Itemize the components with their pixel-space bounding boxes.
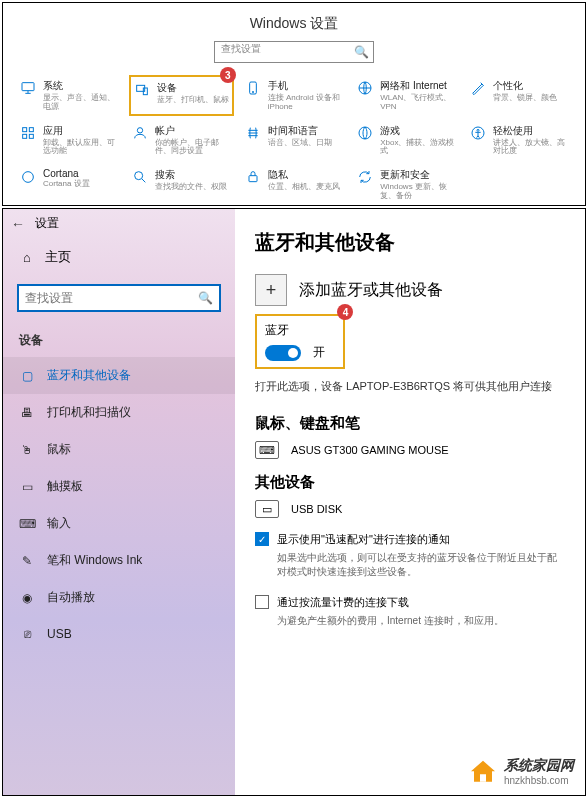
- checkbox-metered[interactable]: [255, 595, 269, 609]
- section-other-devices: 其他设备: [255, 473, 565, 492]
- gaming-icon: [356, 124, 374, 142]
- tile-personalization[interactable]: 个性化背景、锁屏、颜色: [467, 75, 571, 116]
- nav-typing[interactable]: ⌨输入: [3, 505, 235, 542]
- watermark-logo-icon: [468, 759, 498, 785]
- cortana-icon: [19, 168, 37, 186]
- window-title: 设置: [35, 215, 59, 232]
- keyboard-icon: ⌨: [255, 441, 279, 459]
- svg-rect-17: [480, 774, 486, 782]
- home-icon: ⌂: [19, 249, 35, 265]
- usb-disk-icon: ▭: [255, 500, 279, 518]
- sidebar-search[interactable]: 🔍: [17, 284, 221, 312]
- search-wrap: 查找设置 🔍: [3, 41, 585, 63]
- search-input[interactable]: 查找设置 🔍: [214, 41, 374, 63]
- svg-point-4: [252, 91, 253, 92]
- step-badge-4: 4: [337, 304, 353, 320]
- bluetooth-state: 开: [313, 345, 325, 359]
- svg-point-14: [23, 172, 34, 183]
- bluetooth-label: 蓝牙: [265, 322, 325, 339]
- add-label: 添加蓝牙或其他设备: [299, 280, 443, 301]
- svg-rect-7: [29, 127, 33, 131]
- add-button[interactable]: +: [255, 274, 287, 306]
- svg-point-13: [477, 129, 479, 131]
- nav-autoplay[interactable]: ◉自动播放: [3, 579, 235, 616]
- svg-point-15: [135, 172, 143, 180]
- tile-gaming[interactable]: 游戏Xbox、捕获、游戏模式: [354, 120, 458, 161]
- metered-download-check-row[interactable]: 通过按流量计费的连接下载: [255, 595, 565, 610]
- mouse-icon: 🖱: [19, 442, 35, 458]
- nav-usb[interactable]: ⎚USB: [3, 616, 235, 652]
- bluetooth-description: 打开此选项，设备 LAPTOP-E3B6RTQS 将可供其他用户连接: [255, 379, 565, 394]
- tile-privacy[interactable]: 隐私位置、相机、麦克风: [242, 164, 346, 205]
- nav-printers[interactable]: 🖶打印机和扫描仪: [3, 394, 235, 431]
- back-icon[interactable]: ←: [11, 216, 25, 232]
- printer-icon: 🖶: [19, 405, 35, 421]
- sidebar: ← 设置 ⌂ 主页 🔍 设备 ▢蓝牙和其他设备 🖶打印机和扫描仪 🖱鼠标 ▭触摸…: [3, 209, 235, 795]
- svg-rect-16: [249, 176, 257, 182]
- bluetooth-toggle-block: 4 蓝牙 开: [255, 314, 345, 369]
- svg-rect-8: [23, 134, 27, 138]
- windows-settings-panel: Windows 设置 查找设置 🔍 系统显示、声音、通知、电源 3 设备蓝牙、打…: [2, 2, 586, 206]
- apps-icon: [19, 124, 37, 142]
- time-icon: [244, 124, 262, 142]
- privacy-icon: [244, 168, 262, 186]
- svg-point-11: [359, 127, 371, 139]
- autoplay-icon: ◉: [19, 590, 35, 606]
- watermark: 系统家园网 hnzkhbsb.com: [464, 753, 578, 790]
- add-device-row[interactable]: + 添加蓝牙或其他设备: [255, 274, 565, 306]
- tile-update-security[interactable]: 更新和安全Windows 更新、恢复、备份: [354, 164, 458, 205]
- phone-icon: [244, 79, 262, 97]
- touchpad-icon: ▭: [19, 479, 35, 495]
- nav-touchpad[interactable]: ▭触摸板: [3, 468, 235, 505]
- watermark-name: 系统家园网: [504, 757, 574, 773]
- update-icon: [356, 168, 374, 186]
- content-area: 蓝牙和其他设备 + 添加蓝牙或其他设备 4 蓝牙 开 打开此选项，设备 LAPT…: [235, 209, 585, 795]
- usb-icon: ⎚: [19, 626, 35, 642]
- quick-pair-check-row[interactable]: ✓ 显示使用"迅速配对"进行连接的通知: [255, 532, 565, 547]
- tile-accounts[interactable]: 帐户你的帐户、电子邮件、同步设置: [129, 120, 233, 161]
- tile-phone[interactable]: 手机连接 Android 设备和 iPhone: [242, 75, 346, 116]
- svg-point-10: [138, 127, 143, 132]
- tile-network[interactable]: 网络和 InternetWLAN、飞行模式、VPN: [354, 75, 458, 116]
- device-mouse-row[interactable]: ⌨ ASUS GT300 GAMING MOUSE: [255, 441, 565, 459]
- page-title: Windows 设置: [3, 3, 585, 41]
- window-titlebar: ← 设置: [3, 209, 235, 238]
- tile-time-language[interactable]: 时间和语言语音、区域、日期: [242, 120, 346, 161]
- personalization-icon: [469, 79, 487, 97]
- settings-tiles: 系统显示、声音、通知、电源 3 设备蓝牙、打印机、鼠标 手机连接 Android…: [3, 75, 585, 205]
- quick-pair-hint: 如果选中此选项，则可以在受支持的蓝牙设备位于附近且处于配对模式时快速连接到这些设…: [277, 551, 565, 579]
- bluetooth-icon: ▢: [19, 368, 35, 384]
- tile-devices[interactable]: 3 设备蓝牙、打印机、鼠标: [129, 75, 233, 116]
- page-heading: 蓝牙和其他设备: [255, 229, 565, 256]
- typing-icon: ⌨: [19, 516, 35, 532]
- tile-search[interactable]: 搜索查找我的文件、权限: [129, 164, 233, 205]
- step-badge-3: 3: [220, 67, 236, 83]
- bluetooth-settings-panel: ← 设置 ⌂ 主页 🔍 设备 ▢蓝牙和其他设备 🖶打印机和扫描仪 🖱鼠标 ▭触摸…: [2, 208, 586, 796]
- search-icon: 🔍: [354, 45, 369, 59]
- ease-icon: [469, 124, 487, 142]
- tile-system[interactable]: 系统显示、声音、通知、电源: [17, 75, 121, 116]
- watermark-url: hnzkhbsb.com: [504, 775, 574, 786]
- svg-rect-9: [29, 134, 33, 138]
- tile-apps[interactable]: 应用卸载、默认应用、可选功能: [17, 120, 121, 161]
- system-icon: [19, 79, 37, 97]
- nav-bluetooth[interactable]: ▢蓝牙和其他设备: [3, 357, 235, 394]
- device-usb-row[interactable]: ▭ USB DISK: [255, 500, 565, 518]
- checkbox-quick-pair[interactable]: ✓: [255, 532, 269, 546]
- tile-ease-of-access[interactable]: 轻松使用讲述人、放大镜、高对比度: [467, 120, 571, 161]
- sidebar-search-input[interactable]: [25, 291, 198, 305]
- bluetooth-toggle[interactable]: [265, 345, 301, 361]
- nav-pen[interactable]: ✎笔和 Windows Ink: [3, 542, 235, 579]
- devices-icon: [133, 81, 151, 99]
- search-tile-icon: [131, 168, 149, 186]
- nav-mouse[interactable]: 🖱鼠标: [3, 431, 235, 468]
- svg-rect-0: [22, 83, 34, 91]
- svg-rect-6: [23, 127, 27, 131]
- tile-cortana[interactable]: CortanaCortana 设置: [17, 164, 121, 205]
- network-icon: [356, 79, 374, 97]
- nav-home[interactable]: ⌂ 主页: [3, 238, 235, 276]
- sidebar-section-label: 设备: [3, 320, 235, 357]
- metered-hint: 为避免产生额外的费用，Internet 连接时，和应用。: [277, 614, 565, 628]
- section-mouse-keyboard: 鼠标、键盘和笔: [255, 414, 565, 433]
- search-placeholder: 查找设置: [221, 43, 261, 54]
